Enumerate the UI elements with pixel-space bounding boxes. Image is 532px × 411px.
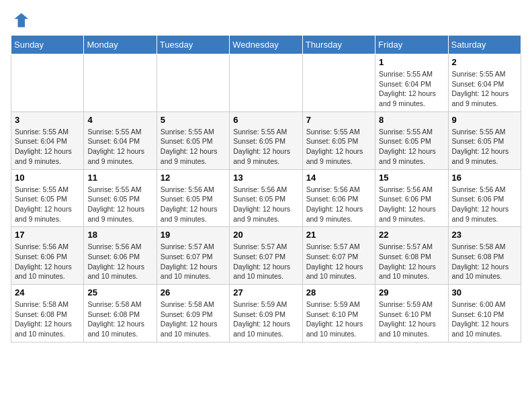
calendar-cell: 15Sunrise: 5:56 AM Sunset: 6:06 PM Dayli… bbox=[375, 169, 448, 227]
day-number: 29 bbox=[379, 287, 444, 298]
page-header bbox=[11, 11, 521, 30]
day-info: Sunrise: 5:56 AM Sunset: 6:06 PM Dayligh… bbox=[306, 185, 371, 224]
day-number: 19 bbox=[161, 230, 226, 240]
calendar-cell: 14Sunrise: 5:56 AM Sunset: 6:06 PM Dayli… bbox=[302, 169, 375, 227]
day-number: 21 bbox=[306, 230, 371, 240]
day-info: Sunrise: 5:56 AM Sunset: 6:05 PM Dayligh… bbox=[233, 185, 298, 224]
calendar-cell: 25Sunrise: 5:58 AM Sunset: 6:08 PM Dayli… bbox=[84, 285, 157, 342]
day-info: Sunrise: 5:55 AM Sunset: 6:04 PM Dayligh… bbox=[15, 127, 80, 167]
day-info: Sunrise: 5:57 AM Sunset: 6:08 PM Dayligh… bbox=[379, 242, 444, 281]
day-info: Sunrise: 5:55 AM Sunset: 6:04 PM Dayligh… bbox=[452, 69, 517, 109]
weekday-header-thursday: Thursday bbox=[302, 36, 375, 54]
day-number: 5 bbox=[161, 115, 226, 125]
day-number: 4 bbox=[87, 115, 152, 125]
calendar-cell: 7Sunrise: 5:55 AM Sunset: 6:05 PM Daylig… bbox=[302, 111, 375, 169]
day-info: Sunrise: 5:59 AM Sunset: 6:09 PM Dayligh… bbox=[233, 300, 298, 339]
weekday-header-sunday: Sunday bbox=[11, 36, 84, 54]
day-info: Sunrise: 5:55 AM Sunset: 6:05 PM Dayligh… bbox=[87, 185, 152, 224]
calendar-header: SundayMondayTuesdayWednesdayThursdayFrid… bbox=[11, 36, 521, 54]
day-info: Sunrise: 5:57 AM Sunset: 6:07 PM Dayligh… bbox=[161, 242, 226, 281]
calendar-cell: 2Sunrise: 5:55 AM Sunset: 6:04 PM Daylig… bbox=[448, 54, 521, 112]
calendar-cell: 4Sunrise: 5:55 AM Sunset: 6:04 PM Daylig… bbox=[84, 111, 157, 169]
day-number: 24 bbox=[15, 287, 80, 298]
day-number: 27 bbox=[233, 287, 298, 298]
calendar-cell bbox=[302, 54, 375, 112]
day-info: Sunrise: 5:55 AM Sunset: 6:05 PM Dayligh… bbox=[161, 127, 226, 167]
day-number: 11 bbox=[87, 173, 152, 183]
calendar-week-2: 3Sunrise: 5:55 AM Sunset: 6:04 PM Daylig… bbox=[11, 111, 521, 169]
logo-icon bbox=[11, 11, 30, 30]
day-info: Sunrise: 5:58 AM Sunset: 6:09 PM Dayligh… bbox=[161, 300, 226, 339]
day-info: Sunrise: 5:55 AM Sunset: 6:05 PM Dayligh… bbox=[15, 185, 80, 224]
calendar-week-4: 17Sunrise: 5:56 AM Sunset: 6:06 PM Dayli… bbox=[11, 227, 521, 285]
calendar-cell: 29Sunrise: 5:59 AM Sunset: 6:10 PM Dayli… bbox=[375, 285, 448, 342]
calendar-cell: 23Sunrise: 5:58 AM Sunset: 6:08 PM Dayli… bbox=[448, 227, 521, 285]
calendar-cell: 1Sunrise: 5:55 AM Sunset: 6:04 PM Daylig… bbox=[375, 54, 448, 112]
day-info: Sunrise: 5:57 AM Sunset: 6:07 PM Dayligh… bbox=[306, 242, 371, 281]
day-number: 14 bbox=[306, 173, 371, 183]
calendar-cell: 28Sunrise: 5:59 AM Sunset: 6:10 PM Dayli… bbox=[302, 285, 375, 342]
day-info: Sunrise: 5:56 AM Sunset: 6:05 PM Dayligh… bbox=[161, 185, 226, 224]
calendar-cell bbox=[157, 54, 229, 112]
calendar-body: 1Sunrise: 5:55 AM Sunset: 6:04 PM Daylig… bbox=[11, 54, 521, 342]
day-info: Sunrise: 5:56 AM Sunset: 6:06 PM Dayligh… bbox=[379, 185, 444, 224]
calendar-cell bbox=[11, 54, 84, 112]
calendar-cell: 22Sunrise: 5:57 AM Sunset: 6:08 PM Dayli… bbox=[375, 227, 448, 285]
calendar-cell: 13Sunrise: 5:56 AM Sunset: 6:05 PM Dayli… bbox=[230, 169, 302, 227]
day-number: 13 bbox=[233, 173, 298, 183]
day-number: 28 bbox=[306, 287, 371, 298]
day-number: 23 bbox=[452, 230, 517, 240]
logo bbox=[11, 11, 32, 30]
weekday-header-wednesday: Wednesday bbox=[230, 36, 302, 54]
calendar-cell: 24Sunrise: 5:58 AM Sunset: 6:08 PM Dayli… bbox=[11, 285, 84, 342]
day-number: 15 bbox=[379, 173, 444, 183]
day-info: Sunrise: 5:55 AM Sunset: 6:05 PM Dayligh… bbox=[306, 127, 371, 167]
calendar-cell: 12Sunrise: 5:56 AM Sunset: 6:05 PM Dayli… bbox=[157, 169, 229, 227]
day-number: 20 bbox=[233, 230, 298, 240]
day-info: Sunrise: 5:55 AM Sunset: 6:05 PM Dayligh… bbox=[452, 127, 517, 167]
calendar-cell: 6Sunrise: 5:55 AM Sunset: 6:05 PM Daylig… bbox=[230, 111, 302, 169]
day-info: Sunrise: 5:58 AM Sunset: 6:08 PM Dayligh… bbox=[15, 300, 80, 339]
calendar: SundayMondayTuesdayWednesdayThursdayFrid… bbox=[11, 35, 521, 342]
weekday-header-monday: Monday bbox=[84, 36, 157, 54]
calendar-cell: 20Sunrise: 5:57 AM Sunset: 6:07 PM Dayli… bbox=[230, 227, 302, 285]
weekday-header-saturday: Saturday bbox=[448, 36, 521, 54]
day-number: 1 bbox=[379, 57, 444, 67]
calendar-cell: 16Sunrise: 5:56 AM Sunset: 6:06 PM Dayli… bbox=[448, 169, 521, 227]
day-info: Sunrise: 5:56 AM Sunset: 6:06 PM Dayligh… bbox=[452, 185, 517, 224]
day-info: Sunrise: 5:56 AM Sunset: 6:06 PM Dayligh… bbox=[15, 242, 80, 281]
day-info: Sunrise: 5:56 AM Sunset: 6:06 PM Dayligh… bbox=[87, 242, 152, 281]
day-number: 2 bbox=[452, 57, 517, 67]
weekday-header-tuesday: Tuesday bbox=[157, 36, 229, 54]
calendar-week-5: 24Sunrise: 5:58 AM Sunset: 6:08 PM Dayli… bbox=[11, 285, 521, 342]
day-info: Sunrise: 5:59 AM Sunset: 6:10 PM Dayligh… bbox=[306, 300, 371, 339]
day-info: Sunrise: 5:59 AM Sunset: 6:10 PM Dayligh… bbox=[379, 300, 444, 339]
calendar-cell: 3Sunrise: 5:55 AM Sunset: 6:04 PM Daylig… bbox=[11, 111, 84, 169]
calendar-cell: 17Sunrise: 5:56 AM Sunset: 6:06 PM Dayli… bbox=[11, 227, 84, 285]
calendar-cell: 8Sunrise: 5:55 AM Sunset: 6:05 PM Daylig… bbox=[375, 111, 448, 169]
calendar-cell: 18Sunrise: 5:56 AM Sunset: 6:06 PM Dayli… bbox=[84, 227, 157, 285]
day-number: 6 bbox=[233, 115, 298, 125]
calendar-cell: 27Sunrise: 5:59 AM Sunset: 6:09 PM Dayli… bbox=[230, 285, 302, 342]
day-number: 16 bbox=[452, 173, 517, 183]
day-info: Sunrise: 5:57 AM Sunset: 6:07 PM Dayligh… bbox=[233, 242, 298, 281]
day-number: 18 bbox=[87, 230, 152, 240]
day-number: 7 bbox=[306, 115, 371, 125]
day-info: Sunrise: 5:55 AM Sunset: 6:04 PM Dayligh… bbox=[87, 127, 152, 167]
calendar-cell: 11Sunrise: 5:55 AM Sunset: 6:05 PM Dayli… bbox=[84, 169, 157, 227]
day-number: 8 bbox=[379, 115, 444, 125]
calendar-cell: 9Sunrise: 5:55 AM Sunset: 6:05 PM Daylig… bbox=[448, 111, 521, 169]
calendar-cell bbox=[84, 54, 157, 112]
weekday-header-friday: Friday bbox=[375, 36, 448, 54]
day-number: 26 bbox=[161, 287, 226, 298]
day-info: Sunrise: 5:55 AM Sunset: 6:05 PM Dayligh… bbox=[379, 127, 444, 167]
day-number: 17 bbox=[15, 230, 80, 240]
day-info: Sunrise: 5:58 AM Sunset: 6:08 PM Dayligh… bbox=[87, 300, 152, 339]
day-info: Sunrise: 5:58 AM Sunset: 6:08 PM Dayligh… bbox=[452, 242, 517, 281]
calendar-cell bbox=[230, 54, 302, 112]
day-number: 12 bbox=[161, 173, 226, 183]
day-number: 30 bbox=[452, 287, 517, 298]
calendar-week-3: 10Sunrise: 5:55 AM Sunset: 6:05 PM Dayli… bbox=[11, 169, 521, 227]
day-info: Sunrise: 6:00 AM Sunset: 6:10 PM Dayligh… bbox=[452, 300, 517, 339]
calendar-cell: 10Sunrise: 5:55 AM Sunset: 6:05 PM Dayli… bbox=[11, 169, 84, 227]
